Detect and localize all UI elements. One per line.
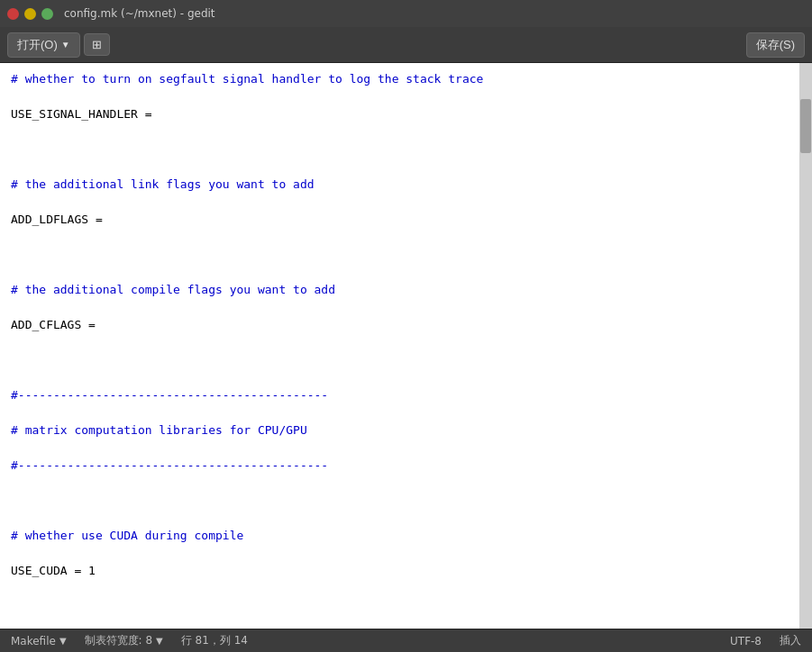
toolbar: 打开(O) ▼ ⊞ 保存(S)	[0, 27, 812, 63]
filetype-dropdown-icon: ▼	[59, 636, 67, 646]
maximize-button[interactable]	[41, 8, 53, 20]
chevron-down-icon: ▼	[61, 40, 70, 50]
minimize-button[interactable]	[24, 8, 36, 20]
filetype-label: Makefile	[11, 635, 56, 647]
tab-width-label: 制表符宽度: 8	[85, 633, 153, 648]
insert-mode-status: 插入	[780, 633, 801, 648]
insert-mode-label: 插入	[780, 633, 801, 648]
status-bar: Makefile ▼ 制表符宽度: 8 ▼ 行 81，列 14 UTF-8 插入	[0, 629, 812, 652]
filetype-status[interactable]: Makefile ▼	[11, 635, 67, 647]
position-label: 行 81，列 14	[181, 633, 248, 648]
position-status: 行 81，列 14	[181, 633, 248, 648]
open-button[interactable]: 打开(O) ▼	[7, 32, 80, 58]
encoding-label: UTF-8	[730, 635, 762, 647]
window-title: config.mk (~/mxnet) - gedit	[64, 7, 215, 20]
open-label: 打开(O)	[17, 37, 58, 53]
tab-width-status[interactable]: 制表符宽度: 8 ▼	[85, 633, 163, 648]
editor-container: # whether to turn on segfault signal han…	[0, 63, 812, 629]
scrollbar-thumb[interactable]	[800, 99, 811, 153]
title-bar: config.mk (~/mxnet) - gedit	[0, 0, 812, 27]
code-area: # whether to turn on segfault signal han…	[0, 63, 799, 629]
editor-content[interactable]: # whether to turn on segfault signal han…	[0, 63, 799, 629]
close-button[interactable]	[7, 8, 19, 20]
save-label: 保存(S)	[756, 37, 795, 53]
scrollbar-track[interactable]	[799, 63, 812, 629]
save-button[interactable]: 保存(S)	[746, 32, 805, 58]
new-document-button[interactable]: ⊞	[84, 33, 110, 56]
tab-width-dropdown-icon: ▼	[156, 636, 163, 646]
new-doc-icon: ⊞	[92, 38, 102, 51]
encoding-status: UTF-8	[730, 635, 762, 647]
